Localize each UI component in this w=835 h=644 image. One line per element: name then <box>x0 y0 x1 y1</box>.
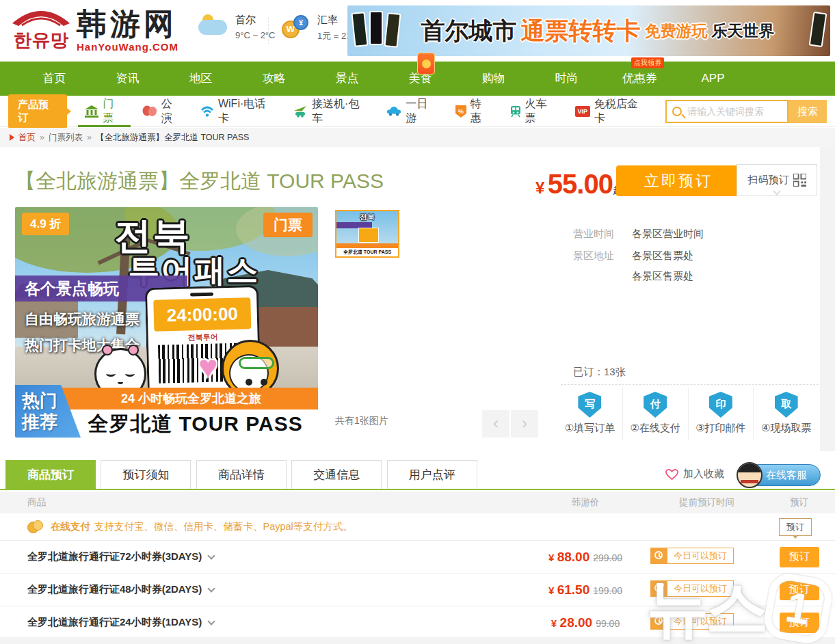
clock-icon <box>651 613 667 630</box>
payment-book-tag[interactable]: 预订 <box>779 518 812 536</box>
subnav-item-shows[interactable]: 公演 <box>142 96 182 127</box>
add-favorite-button[interactable]: 加入收藏 <box>665 468 724 481</box>
weather-temp: 9°C ~ 2°C <box>235 30 275 40</box>
info-row-address2: 各景区售票处 <box>573 270 693 283</box>
write-shield-icon: 写 <box>578 392 601 418</box>
search-button[interactable]: 搜索 <box>788 100 827 123</box>
vip-icon: VIP <box>575 106 591 117</box>
breadcrumb-home[interactable]: 首页 <box>18 132 36 144</box>
product-booking-badge: 产品预订 <box>8 94 67 129</box>
tab-bar: 商品预订 预订须知 商品详情 交通信息 用户点评 加入收藏 在线客服 <box>0 460 835 490</box>
image-thumbnail[interactable]: 전북 全罗北道 TOUR PASS <box>335 210 399 258</box>
step-print-email: 印 ③打印邮件 <box>688 388 754 440</box>
nav-item-guide[interactable]: 攻略 <box>237 62 310 96</box>
nav-item-home[interactable]: 首页 <box>18 62 91 96</box>
subnav-item-deals[interactable]: % 特惠 <box>455 96 491 127</box>
car-icon <box>386 106 401 116</box>
subnav-item-tickets[interactable]: 门票 <box>85 96 123 127</box>
chevron-down-icon <box>208 552 215 559</box>
tab-user-reviews[interactable]: 用户点评 <box>387 460 477 489</box>
nav-item-region[interactable]: 地区 <box>164 62 237 96</box>
logo-name: 韩游网 <box>77 7 178 41</box>
ad-banner[interactable]: 首尔城市通票转转卡免费游玩乐天世界 <box>347 5 830 56</box>
product-subnav: 产品预订 门票 公演 WiFi·电话卡 接送机·包车 一日游 % 特惠 火车票 … <box>0 96 835 127</box>
page-title: 【全北旅游通票】全罗北道 TOUR PASS <box>15 167 384 196</box>
subnav-item-day-tour[interactable]: 一日游 <box>386 96 437 127</box>
service-avatar <box>737 462 763 488</box>
online-service-button[interactable]: 在线客服 <box>741 464 821 486</box>
table-row: 全罗北道旅行通行证72小时券(3DAYS) ¥ 88.00299.00 今日可以… <box>0 541 835 574</box>
breadcrumb-arrow-icon <box>10 134 14 141</box>
availability-badge: 今日可以预订 <box>650 580 734 597</box>
price-currency: ¥ <box>535 178 544 197</box>
gallery-prev-button[interactable]: ‹ <box>482 410 509 438</box>
site-logo[interactable]: 한유망 韩游网 HanYouWang.COM <box>8 5 178 53</box>
top-bar: 한유망 韩游网 HanYouWang.COM 首尔 9°C ~ 2°C W ¥ … <box>0 0 835 62</box>
tab-product-details[interactable]: 商品详情 <box>196 460 287 489</box>
subnav-label: 特惠 <box>470 97 491 126</box>
book-now-button[interactable]: 立即预订 <box>616 165 741 196</box>
weather-widget: 首尔 9°C ~ 2°C <box>197 14 275 40</box>
svg-text:%: % <box>458 107 464 114</box>
banner-phone-icon <box>351 12 368 47</box>
discount-icon: % <box>455 105 466 118</box>
nav-item-spots[interactable]: 景点 <box>310 62 384 96</box>
print-shield-icon: 印 <box>709 392 732 418</box>
favorite-label: 加入收藏 <box>683 468 724 481</box>
nav-item-news[interactable]: 资讯 <box>91 62 164 96</box>
service-label: 在线客服 <box>766 469 807 481</box>
product-section: 【全北旅游通票】全罗北道 TOUR PASS ¥ 55.00起 立即预订 扫码预… <box>0 147 820 451</box>
info-value: 各景区营业时间 <box>632 228 704 241</box>
subnav-item-airport-transfer[interactable]: 接送机·包车 <box>293 96 368 127</box>
payment-title: 在线支付 <box>51 520 90 533</box>
availability-badge: 今日可以预订 <box>650 548 734 564</box>
subnav-label: 火车票 <box>525 97 557 126</box>
search-input[interactable] <box>687 106 780 117</box>
heart-graphic: ♥ <box>198 348 218 386</box>
book-button[interactable]: 预订 <box>780 613 819 633</box>
subnav-item-train-tickets[interactable]: 火车票 <box>510 96 557 127</box>
info-row-hours: 营业时间 各景区营业时间 <box>573 228 704 241</box>
col-book: 预订 <box>763 496 835 509</box>
nav-item-shopping[interactable]: 购物 <box>457 62 530 96</box>
breadcrumb: 首页 » 门票列表 » 【全北旅游通票】全罗北道 TOUR PASS <box>0 128 835 147</box>
page-bottom-gutter <box>0 637 835 644</box>
qr-book-label: 扫码预订 <box>748 174 789 187</box>
book-button[interactable]: 预订 <box>780 547 819 567</box>
tab-product-booking[interactable]: 商品预订 <box>5 460 96 489</box>
image-caption-1: 自由畅玩旅游通票 <box>25 310 140 329</box>
tab-transport-info[interactable]: 交通信息 <box>291 460 382 489</box>
ticket-type-badge: 门票 <box>263 213 313 237</box>
coupon-tip-badge[interactable]: 点我领券 <box>631 57 664 68</box>
chevron-down-icon <box>208 617 215 625</box>
airport-transfer-icon <box>293 105 308 118</box>
weather-cloud-icon <box>197 14 228 40</box>
subnav-item-duty-free-card[interactable]: VIP 免税店金卡 <box>575 96 647 127</box>
subnav-label: 公演 <box>161 97 182 126</box>
col-product: 商品 <box>0 496 520 509</box>
qr-code-icon <box>793 174 806 187</box>
product-option-name[interactable]: 全罗北道旅行通行证48小时券(2DAYS) <box>27 583 520 596</box>
clock-icon <box>651 580 667 597</box>
subnav-item-wifi-sim[interactable]: WiFi·电话卡 <box>200 96 274 127</box>
step-pay-online: 付 ②在线支付 <box>622 388 688 440</box>
product-option-name[interactable]: 全罗北道旅行通行证24小时券(1DAYS) <box>27 616 520 629</box>
step-pickup: 取 ④现场取票 <box>753 388 819 440</box>
product-main-image[interactable]: 전북 투어패스 各个景点畅玩 自由畅玩旅游通票 热门打卡地大集合 24:00:0… <box>15 207 318 438</box>
banner-text: 免费游玩 <box>645 21 708 42</box>
step-fill-order: 写 ①填写订单 <box>557 388 622 440</box>
product-option-name[interactable]: 全罗北道旅行通行证72小时券(3DAYS) <box>27 550 520 563</box>
book-button[interactable]: 预订 <box>780 580 819 600</box>
red-envelope-icon[interactable] <box>417 53 435 75</box>
nav-item-fashion[interactable]: 时尚 <box>530 62 603 96</box>
breadcrumb-list[interactable]: 门票列表 <box>49 132 83 144</box>
tab-booking-notes[interactable]: 预订须知 <box>101 460 191 489</box>
sold-count: 已订：13张 <box>573 366 626 379</box>
qr-book-button[interactable]: 扫码预订 <box>737 164 817 196</box>
table-row: 全罗北道旅行通行证48小时券(2DAYS) ¥ 61.50199.00 今日可以… <box>0 574 835 606</box>
banner-phone-icon <box>369 11 383 45</box>
logo-domain: HanYouWang.COM <box>77 41 178 53</box>
gallery-next-button[interactable]: › <box>511 410 538 438</box>
weather-city: 首尔 <box>235 14 275 27</box>
nav-item-app[interactable]: APP <box>676 62 750 96</box>
